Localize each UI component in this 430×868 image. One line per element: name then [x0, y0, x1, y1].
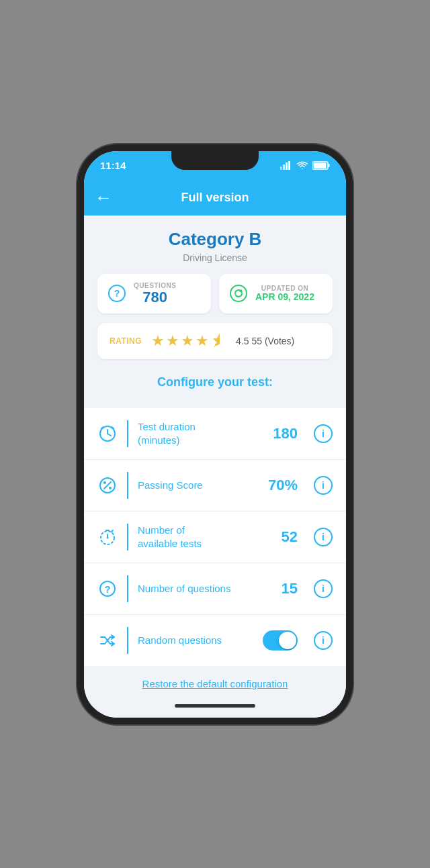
nav-title: Full version [181, 191, 249, 205]
updated-value: APR 09, 2022 [255, 292, 314, 302]
passing-score-label: Passing Score [138, 479, 259, 492]
passing-score-info-button[interactable]: i [314, 476, 333, 495]
questions-label: QUESTIONS [134, 282, 176, 289]
svg-point-9 [230, 285, 247, 301]
divider [127, 575, 128, 602]
available-tests-value: 52 [282, 528, 298, 546]
star-4: ★ [196, 332, 209, 350]
rating-label: RATING [110, 336, 142, 346]
questions-info: QUESTIONS 780 [134, 282, 176, 305]
divider [127, 627, 128, 654]
available-tests-label: Number ofavailable tests [138, 524, 272, 550]
config-row-duration: Test duration(minutes) 180 i [84, 408, 346, 460]
phone-frame: 11:14 ← Fu [84, 151, 346, 718]
duration-info-button[interactable]: i [314, 424, 333, 443]
random-info-button[interactable]: i [314, 631, 333, 650]
back-button[interactable]: ← [95, 187, 112, 208]
divider [127, 472, 128, 499]
category-subtitle: Driving License [97, 252, 333, 263]
footer-section: Restore the default configuration [84, 666, 346, 695]
shuffle-icon [97, 631, 118, 650]
svg-text:?: ? [114, 288, 120, 299]
category-title: Category B [97, 229, 333, 250]
updated-card: UPDATED ON APR 09, 2022 [219, 274, 333, 314]
config-list: Test duration(minutes) 180 i Passing Sco… [84, 408, 346, 666]
svg-rect-2 [286, 162, 288, 170]
svg-rect-6 [314, 163, 327, 168]
num-questions-info-button[interactable]: i [314, 579, 333, 598]
restore-link[interactable]: Restore the default configuration [142, 678, 288, 689]
svg-rect-1 [283, 164, 285, 170]
wifi-icon [296, 161, 308, 171]
svg-rect-0 [280, 166, 282, 170]
star-2: ★ [166, 332, 179, 350]
home-bar [175, 704, 255, 708]
rating-card: RATING ★ ★ ★ ★ ⯨ 4.5 55 (Votes) [97, 323, 333, 359]
star-5-half: ⯨ [210, 332, 225, 350]
rating-score: 4.5 55 (Votes) [236, 336, 294, 346]
svg-point-17 [109, 487, 112, 489]
stars: ★ ★ ★ ★ ⯨ [151, 332, 225, 350]
svg-rect-5 [329, 164, 330, 167]
svg-line-21 [112, 530, 113, 532]
status-icons [280, 161, 330, 171]
questions-card: ? QUESTIONS 780 [97, 274, 211, 314]
percent-icon [97, 476, 118, 495]
config-row-passing-score: Passing Score 70% i [84, 460, 346, 512]
duration-value: 180 [273, 425, 298, 442]
num-questions-label: Number of questions [138, 582, 272, 595]
updated-info: UPDATED ON APR 09, 2022 [255, 285, 314, 302]
info-cards: ? QUESTIONS 780 [97, 274, 333, 314]
random-label: Random questions [138, 634, 253, 647]
notch [171, 151, 259, 170]
config-row-random: Random questions i [84, 615, 346, 666]
config-row-available-tests: Number ofavailable tests 52 i [84, 512, 346, 563]
star-3: ★ [181, 332, 194, 350]
question-icon: ? [97, 579, 118, 598]
random-toggle[interactable] [263, 630, 298, 650]
duration-label: Test duration(minutes) [138, 420, 263, 446]
configure-title: Configure your test: [97, 370, 333, 397]
toggle-knob [279, 632, 296, 649]
svg-point-20 [107, 536, 109, 538]
battery-icon [312, 161, 330, 170]
refresh-icon [228, 284, 249, 303]
clock-icon [97, 424, 118, 443]
svg-text:?: ? [104, 583, 110, 595]
question-circle-icon: ? [107, 284, 127, 303]
home-indicator [84, 695, 346, 718]
content-area: Category B Driving License ? QUESTIONS 7… [84, 215, 346, 695]
star-1: ★ [151, 332, 165, 350]
svg-line-13 [108, 434, 111, 436]
divider [127, 524, 128, 550]
available-tests-info-button[interactable]: i [314, 528, 333, 546]
status-time: 11:14 [100, 160, 126, 171]
header-section: Category B Driving License ? QUESTIONS 7… [84, 215, 346, 408]
svg-rect-3 [288, 161, 290, 170]
svg-point-16 [103, 481, 106, 484]
timer-icon [97, 528, 118, 546]
config-row-num-questions: ? Number of questions 15 i [84, 563, 346, 615]
divider [127, 420, 128, 447]
top-nav: ← Full version [84, 181, 346, 215]
num-questions-value: 15 [282, 580, 298, 597]
questions-value: 780 [134, 289, 176, 305]
passing-score-value: 70% [268, 477, 298, 494]
signal-icon [280, 161, 292, 170]
